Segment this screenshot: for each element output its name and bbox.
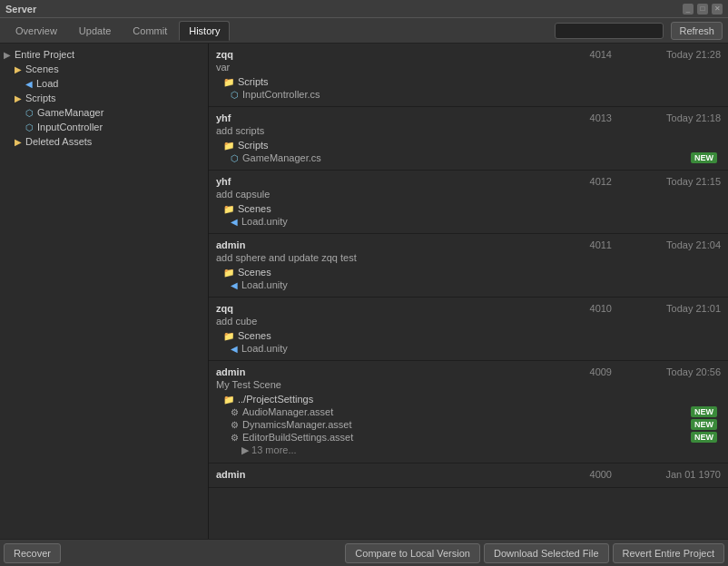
tree-item-gamemanager[interactable]: ⬡ GameManager	[0, 105, 208, 120]
history-panel: zqq 4014 Today 21:28 var 📁 Scripts ⬡ Inp…	[209, 44, 728, 539]
scene-icon: ◀	[25, 79, 33, 89]
minimize-button[interactable]: _	[683, 4, 694, 15]
tree-label: Deleted Assets	[25, 136, 92, 147]
expand-icon: ▶	[15, 64, 22, 74]
history-id: 4012	[566, 176, 612, 187]
tab-bar: Overview Update Commit History Refresh	[0, 18, 728, 44]
cs-file-icon: ⬡	[231, 153, 239, 163]
history-author: admin	[216, 239, 289, 250]
tree-label: Scripts	[25, 93, 56, 103]
history-author: zqq	[216, 303, 289, 314]
tab-history[interactable]: History	[179, 21, 230, 41]
history-id: 4010	[566, 303, 612, 314]
file-name: Load.unity	[241, 343, 288, 354]
maximize-button[interactable]: □	[697, 4, 708, 15]
compare-button[interactable]: Compare to Local Version	[345, 543, 480, 563]
history-item[interactable]: zqq 4010 Today 21:01 add cube 📁 Scenes ◀…	[209, 298, 728, 361]
folder-name: Scenes	[238, 203, 271, 214]
new-badge: NEW	[691, 419, 717, 430]
folder-entry: 📁 Scripts	[216, 75, 721, 88]
tree-label: Scenes	[25, 63, 59, 74]
tab-overview[interactable]: Overview	[5, 21, 67, 41]
tree-item-entire-project[interactable]: ▶ Entire Project	[0, 47, 208, 62]
history-date: Today 21:01	[630, 303, 721, 314]
folder-entry: 📁 Scenes	[216, 329, 721, 342]
folder-icon: 📁	[223, 77, 234, 87]
new-badge: NEW	[691, 152, 717, 163]
recover-button[interactable]: Recover	[4, 543, 61, 563]
cs-file-icon: ⬡	[231, 90, 239, 100]
folder-icon: 📁	[223, 141, 234, 151]
history-author: zqq	[216, 49, 289, 60]
tree-item-deleted-assets[interactable]: ▶ Deleted Assets	[0, 134, 208, 149]
history-item[interactable]: admin 4011 Today 21:04 add sphere and up…	[209, 234, 728, 298]
window-title: Server	[5, 4, 36, 15]
folder-icon: 📁	[223, 395, 234, 405]
history-message: add sphere and update zqq test	[216, 252, 721, 263]
file-entry: ◀ Load.unity	[216, 278, 721, 291]
tree-label: InputController	[37, 122, 103, 132]
tab-update[interactable]: Update	[69, 21, 121, 41]
revert-button[interactable]: Revert Entire Project	[613, 543, 724, 563]
tree-item-inputcontroller[interactable]: ⬡ InputController	[0, 120, 208, 134]
history-item[interactable]: admin 4009 Today 20:56 My Test Scene 📁 .…	[209, 361, 728, 464]
folder-icon: 📁	[223, 204, 234, 214]
new-badge: NEW	[691, 406, 717, 417]
tree-label: GameManager	[37, 107, 103, 118]
file-name: EditorBuildSettings.asset	[242, 432, 353, 443]
folder-entry: 📁 Scenes	[216, 266, 721, 278]
folder-name: Scripts	[238, 140, 269, 151]
asset-file-icon: ⚙	[231, 407, 239, 417]
expand-icon: ▶	[15, 137, 22, 147]
close-button[interactable]: ✕	[712, 4, 723, 15]
history-item[interactable]: zqq 4014 Today 21:28 var 📁 Scripts ⬡ Inp…	[209, 44, 728, 107]
search-input[interactable]	[555, 23, 664, 39]
tree-label: Entire Project	[15, 49, 74, 60]
asset-file-icon: ⚙	[231, 433, 239, 443]
history-item[interactable]: yhf 4012 Today 21:15 add capsule 📁 Scene…	[209, 171, 728, 234]
history-author: admin	[216, 366, 289, 377]
file-name: GameManager.cs	[242, 152, 321, 163]
history-date: Today 21:15	[630, 176, 721, 187]
history-id: 4000	[566, 469, 612, 480]
bottom-bar: Recover Compare to Local Version Downloa…	[0, 539, 728, 566]
tab-commit[interactable]: Commit	[123, 21, 177, 41]
history-item[interactable]: yhf 4013 Today 21:18 add scripts 📁 Scrip…	[209, 107, 728, 171]
file-name: Load.unity	[241, 216, 288, 227]
tree-item-load[interactable]: ◀ Load	[0, 76, 208, 91]
folder-icon: 📁	[223, 331, 234, 341]
folder-entry: 📁 Scenes	[216, 202, 721, 215]
history-message: My Test Scene	[216, 379, 721, 390]
scene-file-icon: ◀	[231, 217, 238, 227]
download-button[interactable]: Download Selected File	[484, 543, 609, 563]
file-name: Load.unity	[241, 279, 288, 290]
file-entry: ⚙ DynamicsManager.asset NEW	[216, 418, 721, 431]
asset-file-icon: ⚙	[231, 420, 239, 430]
history-date: Today 20:56	[630, 366, 721, 377]
tree-label: Load	[36, 78, 58, 89]
history-item[interactable]: admin 4000 Jan 01 1970	[209, 464, 728, 488]
history-author: yhf	[216, 176, 289, 187]
history-message: add cube	[216, 316, 721, 327]
history-id: 4009	[566, 366, 612, 377]
refresh-button[interactable]: Refresh	[671, 22, 723, 40]
scene-file-icon: ◀	[231, 344, 238, 354]
cs-icon: ⬡	[25, 108, 34, 118]
folder-entry: 📁 Scripts	[216, 139, 721, 151]
file-name: InputController.cs	[242, 89, 320, 100]
tree-item-scenes[interactable]: ▶ Scenes	[0, 62, 208, 76]
folder-icon: 📁	[223, 268, 234, 278]
file-entry: ◀ Load.unity	[216, 215, 721, 228]
history-message: add scripts	[216, 125, 721, 136]
file-name: DynamicsManager.asset	[242, 419, 351, 430]
folder-name: Scenes	[238, 330, 271, 341]
folder-name: ../ProjectSettings	[238, 394, 313, 405]
file-entry: ⚙ AudioManager.asset NEW	[216, 405, 721, 418]
expand-icon: ▶	[4, 50, 11, 60]
folder-name: Scenes	[238, 267, 271, 278]
tree-item-scripts[interactable]: ▶ Scripts	[0, 91, 208, 105]
file-entry: ⬡ InputController.cs	[216, 88, 721, 101]
folder-entry: 📁 ../ProjectSettings	[216, 393, 721, 405]
file-entry: ⬡ GameManager.cs NEW	[216, 151, 721, 164]
more-files-text: ▶ 13 more...	[216, 444, 721, 457]
